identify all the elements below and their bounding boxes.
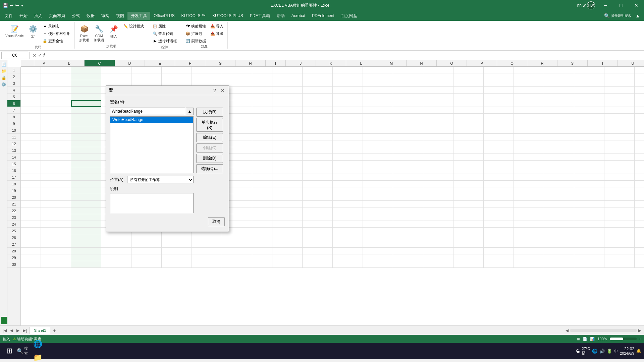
cell-B18[interactable] — [41, 181, 71, 187]
cell-K2[interactable] — [303, 73, 333, 80]
cell-V27[interactable] — [635, 241, 644, 248]
cell-K24[interactable] — [303, 221, 333, 228]
cell-R5[interactable] — [514, 94, 544, 100]
cell-C11[interactable] — [71, 134, 101, 140]
cell-I26[interactable] — [252, 234, 272, 241]
cell-S24[interactable] — [544, 221, 574, 228]
cell-J10[interactable] — [272, 127, 303, 134]
cell-I7[interactable] — [252, 107, 272, 114]
cell-J15[interactable] — [272, 161, 303, 167]
cell-I22[interactable] — [252, 207, 272, 214]
cell-P20[interactable] — [453, 194, 484, 201]
cell-E29[interactable] — [131, 254, 162, 261]
cell-I2[interactable] — [252, 73, 272, 80]
cell-B10[interactable] — [41, 127, 71, 134]
cell-K27[interactable] — [303, 241, 333, 248]
cell-R10[interactable] — [514, 127, 544, 134]
cell-Q10[interactable] — [484, 127, 514, 134]
cell-T4[interactable] — [574, 87, 604, 94]
cell-T17[interactable] — [574, 174, 604, 181]
import-button[interactable]: 📥 导入 — [209, 23, 225, 29]
cell-T10[interactable] — [574, 127, 604, 134]
file-explorer-button[interactable]: 🗃 — [31, 324, 44, 338]
cell-E28[interactable] — [131, 248, 162, 254]
cell-K22[interactable] — [303, 207, 333, 214]
cell-B14[interactable] — [41, 154, 71, 161]
cell-I1[interactable] — [252, 67, 272, 73]
cell-O9[interactable] — [423, 120, 453, 127]
cell-N21[interactable] — [393, 201, 423, 207]
cell-U1[interactable] — [604, 67, 635, 73]
customize-icon[interactable]: ▼ — [20, 4, 24, 7]
cell-A6[interactable] — [21, 100, 41, 107]
cell-Q3[interactable] — [484, 80, 514, 87]
view-layout-icon[interactable]: 📄 — [583, 337, 587, 341]
cell-O21[interactable] — [423, 201, 453, 207]
next-sheet-button[interactable]: ▶ — [15, 327, 21, 334]
edge-button[interactable]: 🌐 — [31, 338, 44, 351]
cell-C23[interactable] — [71, 214, 101, 221]
cell-Q11[interactable] — [484, 134, 514, 140]
cell-R21[interactable] — [514, 201, 544, 207]
cell-S14[interactable] — [544, 154, 574, 161]
cell-P13[interactable] — [453, 147, 484, 154]
cell-M17[interactable] — [363, 174, 393, 181]
cell-L1[interactable] — [333, 67, 363, 73]
cell-B13[interactable] — [41, 147, 71, 154]
cell-S9[interactable] — [544, 120, 574, 127]
search-help-icon[interactable]: 🔍 — [604, 13, 610, 18]
cell-K3[interactable] — [303, 80, 333, 87]
cell-C1[interactable] — [71, 67, 101, 73]
cell-G30[interactable] — [192, 261, 222, 268]
cell-I16[interactable] — [252, 167, 272, 174]
last-sheet-button[interactable]: ▶| — [21, 327, 28, 334]
cell-U27[interactable] — [604, 241, 635, 248]
cell-N25[interactable] — [393, 228, 423, 234]
cell-M26[interactable] — [363, 234, 393, 241]
cell-O4[interactable] — [423, 87, 453, 94]
cell-O3[interactable] — [423, 80, 453, 87]
cell-O26[interactable] — [423, 234, 453, 241]
cell-B11[interactable] — [41, 134, 71, 140]
cell-K16[interactable] — [303, 167, 333, 174]
cell-Q13[interactable] — [484, 147, 514, 154]
cell-B24[interactable] — [41, 221, 71, 228]
cell-L19[interactable] — [333, 187, 363, 194]
cell-T21[interactable] — [574, 201, 604, 207]
cell-T27[interactable] — [574, 241, 604, 248]
cell-O11[interactable] — [423, 134, 453, 140]
cell-J16[interactable] — [272, 167, 303, 174]
cell-V25[interactable] — [635, 228, 644, 234]
menu-file[interactable]: 文件 — [1, 12, 16, 20]
cell-I5[interactable] — [252, 94, 272, 100]
cell-O27[interactable] — [423, 241, 453, 248]
cell-I14[interactable] — [252, 154, 272, 161]
cell-E26[interactable] — [131, 234, 162, 241]
cell-R17[interactable] — [514, 174, 544, 181]
cell-N13[interactable] — [393, 147, 423, 154]
cell-Q5[interactable] — [484, 94, 514, 100]
cell-U7[interactable] — [604, 107, 635, 114]
cell-A8[interactable] — [21, 114, 41, 120]
cell-C26[interactable] — [71, 234, 101, 241]
cell-T23[interactable] — [574, 214, 604, 221]
cell-O13[interactable] — [423, 147, 453, 154]
map-properties-button[interactable]: 🗺 映射属性 — [184, 23, 207, 29]
cell-R18[interactable] — [514, 181, 544, 187]
cell-S16[interactable] — [544, 167, 574, 174]
cell-C30[interactable] — [71, 261, 101, 268]
cell-A9[interactable] — [21, 120, 41, 127]
cell-B20[interactable] — [41, 194, 71, 201]
cell-S30[interactable] — [544, 261, 574, 268]
cell-P1[interactable] — [453, 67, 484, 73]
cell-O5[interactable] — [423, 94, 453, 100]
cell-G29[interactable] — [192, 254, 222, 261]
cell-S20[interactable] — [544, 194, 574, 201]
cell-P21[interactable] — [453, 201, 484, 207]
cell-T28[interactable] — [574, 248, 604, 254]
cell-I11[interactable] — [252, 134, 272, 140]
cell-R27[interactable] — [514, 241, 544, 248]
cell-B22[interactable] — [41, 207, 71, 214]
cell-V7[interactable] — [635, 107, 644, 114]
edit-button[interactable]: 编辑(E) — [196, 133, 223, 142]
